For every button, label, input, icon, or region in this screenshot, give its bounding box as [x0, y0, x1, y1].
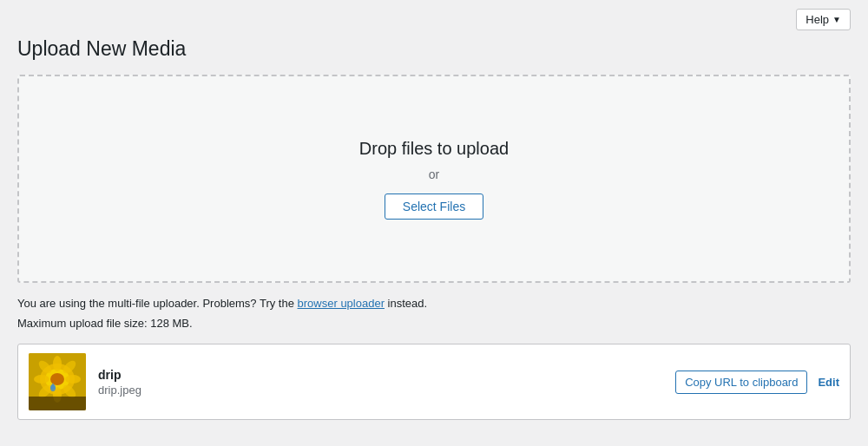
edit-link[interactable]: Edit — [818, 376, 839, 389]
help-button[interactable]: Help ▼ — [796, 9, 851, 30]
svg-rect-14 — [29, 397, 86, 410]
instead-text: instead. — [385, 297, 427, 310]
chevron-down-icon: ▼ — [832, 15, 841, 24]
drop-zone[interactable]: Drop files to upload or Select Files — [17, 75, 851, 283]
select-files-button[interactable]: Select Files — [385, 193, 483, 220]
multi-file-info: You are using the multi-file uploader. P… — [17, 297, 851, 310]
multi-file-text: You are using the multi-file uploader. P… — [17, 297, 298, 310]
media-info: drip drip.jpeg — [98, 368, 663, 397]
media-item: drip drip.jpeg Copy URL to clipboard Edi… — [17, 344, 851, 420]
svg-point-6 — [34, 375, 49, 384]
media-thumbnail — [29, 353, 86, 410]
page-title: Upload New Media — [17, 37, 851, 61]
copy-url-button[interactable]: Copy URL to clipboard — [675, 371, 807, 394]
or-text: or — [429, 167, 439, 181]
help-label: Help — [806, 13, 829, 26]
media-name: drip — [98, 368, 663, 382]
max-size-text: Maximum upload file size: 128 MB. — [17, 317, 851, 330]
drop-files-text: Drop files to upload — [359, 139, 509, 159]
svg-point-3 — [50, 373, 64, 385]
svg-point-4 — [53, 356, 62, 371]
media-filename: drip.jpeg — [98, 384, 663, 397]
browser-uploader-link[interactable]: browser uploader — [298, 297, 385, 310]
media-actions: Copy URL to clipboard Edit — [675, 371, 839, 394]
svg-point-7 — [65, 375, 81, 384]
